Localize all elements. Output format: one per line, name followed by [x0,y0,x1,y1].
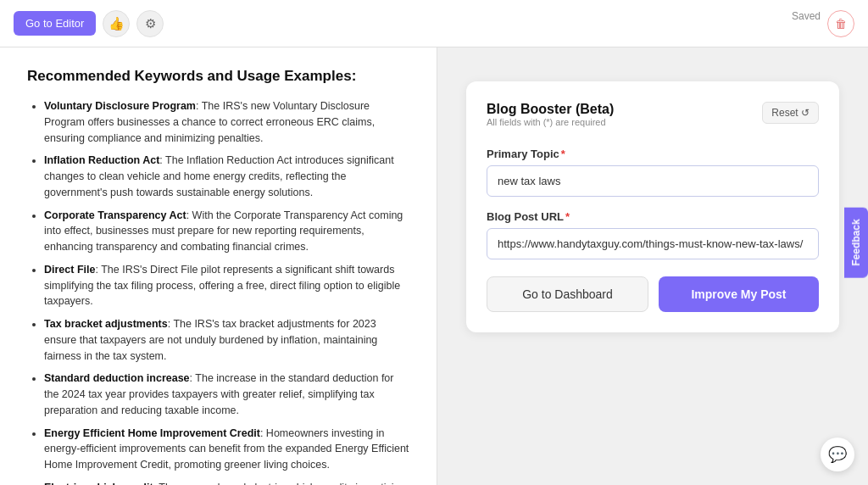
improve-my-post-button[interactable]: Improve My Post [659,276,819,312]
primary-topic-input[interactable] [487,165,819,197]
keyword-term: Electric vehicle credit [44,482,153,485]
reset-button[interactable]: Reset ↺ [762,102,819,124]
keyword-term: Energy Efficient Home Improvement Credit [44,427,260,439]
go-to-dashboard-button[interactable]: Go to Dashboard [487,276,648,312]
required-star-url: * [565,210,570,223]
list-item: Energy Efficient Home Improvement Credit… [44,426,409,473]
keyword-term: Inflation Reduction Act [44,154,159,166]
chat-bubble-button[interactable]: 💬 [821,438,854,471]
keyword-term: Voluntary Disclosure Program [44,100,196,112]
card-actions: Go to Dashboard Improve My Post [487,276,819,312]
thumbs-up-icon: 👍 [108,16,125,31]
trash-icon: 🗑 [835,17,847,31]
blog-booster-card: Blog Booster (Beta) All fields with (*) … [466,81,839,332]
like-button[interactable]: 👍 [103,10,130,37]
list-item: Electric vehicle credit: The new and use… [44,480,409,485]
saved-status: Saved [792,10,821,22]
go-to-editor-button[interactable]: Go to Editor [14,11,96,36]
blog-post-url-input[interactable] [487,228,819,259]
settings-button[interactable]: ⚙ [136,10,164,37]
chat-icon: 💬 [828,445,847,464]
keyword-term: Standard deduction increase [44,372,190,384]
list-item: Standard deduction increase: The increas… [44,371,409,418]
primary-topic-label: Primary Topic* [487,148,819,160]
keyword-term: Tax bracket adjustments [44,318,168,330]
card-title: Blog Booster (Beta) [487,102,614,117]
list-item: Inflation Reduction Act: The Inflation R… [44,153,409,200]
feedback-tab[interactable]: Feedback [844,207,868,277]
required-star: * [561,148,565,160]
card-subtitle: All fields with (*) are required [487,117,614,127]
main-layout: Recommended Keywords and Usage Examples:… [0,47,868,485]
blog-post-url-label: Blog Post URL* [487,210,819,223]
keyword-term: Corporate Transparency Act [44,209,186,221]
card-header: Blog Booster (Beta) All fields with (*) … [487,102,819,144]
keywords-list: Voluntary Disclosure Program: The IRS's … [27,98,409,485]
delete-button[interactable]: 🗑 [827,10,854,37]
list-item: Voluntary Disclosure Program: The IRS's … [44,98,409,146]
right-panel: Blog Booster (Beta) All fields with (*) … [437,47,868,485]
list-item: Direct File: The IRS's Direct File pilot… [44,262,409,309]
toolbar: Go to Editor 👍 ⚙ Saved 🗑 [0,0,868,47]
list-item: Corporate Transparency Act: With the Cor… [44,208,409,255]
keywords-heading: Recommended Keywords and Usage Examples: [27,68,409,85]
list-item: Tax bracket adjustments: The IRS's tax b… [44,316,409,364]
content-area: Recommended Keywords and Usage Examples:… [0,47,437,485]
gear-icon: ⚙ [145,16,156,31]
keyword-term: Direct File [44,264,95,276]
